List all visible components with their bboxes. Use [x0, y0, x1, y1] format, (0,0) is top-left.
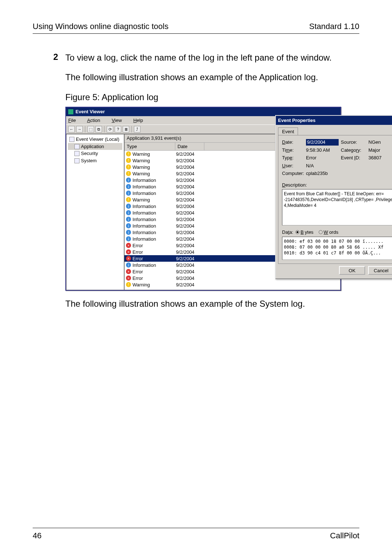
log-icon: [74, 151, 79, 156]
error-icon: ×: [126, 249, 131, 254]
tree-pane: Event Viewer (Local)ApplicationSecurityS…: [66, 134, 124, 290]
header-right: Standard 1.10: [309, 22, 359, 31]
tree-item[interactable]: Application: [68, 143, 122, 150]
menu-action[interactable]: Action: [87, 118, 105, 123]
event-viewer-titlebar: Event Viewer: [66, 107, 340, 116]
menu-view[interactable]: View: [112, 118, 127, 123]
log-icon: [74, 158, 79, 163]
row-date: 9/2/2004: [176, 164, 205, 171]
menu-help[interactable]: Help: [133, 118, 148, 123]
ok-button[interactable]: OK: [339, 266, 365, 275]
intro-app-log: The following illustration shows an exam…: [65, 72, 359, 83]
row-type: Information: [132, 190, 176, 197]
user-label: User:: [282, 163, 304, 169]
row-type: Information: [132, 210, 176, 216]
row-type: Information: [132, 177, 176, 184]
event-properties-title: Event Properties: [278, 117, 315, 124]
error-icon: ×: [126, 256, 131, 261]
row-date: 9/2/2004: [176, 203, 205, 210]
page-header: Using Windows online diagnostic tools St…: [33, 22, 359, 34]
footer-product: CallPilot: [330, 531, 359, 540]
tab-event[interactable]: Event: [278, 127, 298, 136]
tree-item-label: Security: [81, 150, 98, 157]
hex-box[interactable]: 0000: ef 03 00 00 18 07 00 00 ï.......00…: [282, 237, 392, 260]
info-icon: i: [126, 191, 131, 196]
col-date[interactable]: Date: [175, 143, 204, 151]
error-icon: ×: [126, 276, 131, 281]
date-value: 9/2/2004: [306, 139, 339, 146]
row-type: Error: [132, 275, 176, 282]
row-type: Information: [132, 236, 176, 242]
row-date: 9/2/2004: [176, 282, 205, 288]
toolbar-list-icon[interactable]: ≣: [123, 126, 129, 132]
date-label: Date:: [282, 139, 304, 146]
row-date: 9/2/2004: [176, 269, 205, 275]
header-left: Using Windows online diagnostic tools: [33, 22, 168, 31]
event-row[interactable]: !Warning9/2/2004: [124, 281, 340, 288]
row-type: Error: [132, 269, 176, 275]
info-icon: i: [126, 204, 131, 209]
row-type: Information: [132, 223, 176, 229]
row-date: 9/2/2004: [176, 249, 205, 256]
figure-caption: Figure 5: Application log: [65, 91, 359, 103]
row-type: Information: [132, 229, 176, 236]
toolbar-props-icon[interactable]: ⧉: [95, 126, 102, 132]
user-value: N/A: [306, 163, 392, 169]
hex-line: 0000: ef 03 00 00 18 07 00 00 ï.......: [284, 238, 392, 244]
row-date: 9/2/2004: [176, 190, 205, 197]
toolbar-help-icon[interactable]: ?: [115, 126, 121, 132]
description-box[interactable]: Event from Blue Call Router[] - TELE lin…: [282, 189, 392, 225]
row-type: Warning: [132, 151, 176, 158]
row-date: 9/2/2004: [176, 236, 205, 242]
warning-icon: !: [126, 282, 131, 287]
source-label: Source:: [341, 139, 366, 146]
toolbar-forward-icon[interactable]: →: [76, 126, 83, 132]
time-value: 9:58:30 AM: [306, 147, 339, 154]
intro-system-log: The following illustration shows an exam…: [65, 298, 359, 310]
info-icon: i: [126, 210, 131, 215]
computer-label: Computer:: [282, 170, 304, 177]
app-icon: [68, 109, 73, 114]
tree-item[interactable]: Event Viewer (Local): [68, 136, 122, 143]
row-date: 9/2/2004: [176, 210, 205, 216]
description-label: Description:: [282, 182, 392, 188]
log-icon: [74, 144, 79, 149]
toolbar-export-icon[interactable]: ⤴: [134, 126, 140, 132]
menu-file[interactable]: File: [68, 118, 81, 123]
step-text: To view a log, click the name of the log…: [65, 52, 359, 64]
eventid-label: Event ID:: [341, 155, 366, 161]
tree-item-label: Application: [81, 143, 104, 150]
info-icon: i: [126, 262, 131, 268]
radio-bytes[interactable]: Bytes: [295, 229, 314, 236]
row-type: Information: [132, 184, 176, 190]
page-footer: 46 CallPilot: [33, 528, 359, 540]
info-icon: i: [126, 184, 131, 189]
row-type: Error: [132, 249, 176, 256]
tree-item-label: Event Viewer (Local): [76, 136, 119, 143]
error-icon: ×: [126, 269, 131, 274]
row-type: Information: [132, 216, 176, 223]
warning-icon: !: [126, 158, 131, 163]
info-icon: i: [126, 217, 131, 222]
time-label: Time:: [282, 147, 304, 154]
row-type: Warning: [132, 158, 176, 164]
toolbar-back-icon[interactable]: ←: [68, 126, 75, 132]
footer-page-number: 46: [33, 531, 41, 540]
col-type[interactable]: Type: [124, 143, 175, 151]
info-icon: i: [126, 177, 131, 183]
cancel-button[interactable]: Cancel: [368, 266, 392, 275]
row-date: 9/2/2004: [176, 216, 205, 223]
tree-item[interactable]: System: [68, 157, 122, 164]
toolbar-up-icon[interactable]: ⬚: [87, 126, 94, 132]
row-type: Warning: [132, 164, 176, 171]
row-date: 9/2/2004: [176, 223, 205, 229]
info-icon: i: [126, 223, 131, 228]
type-value: Error: [306, 155, 339, 161]
radio-words[interactable]: Words: [319, 229, 339, 236]
row-date: 9/2/2004: [176, 177, 205, 184]
row-date: 9/2/2004: [176, 171, 205, 177]
toolbar-refresh-icon[interactable]: ⟳: [107, 126, 113, 132]
hex-line: 0010: d3 90 c4 01 c7 8f 00 00 ÓÄ.Ç...: [284, 250, 392, 256]
computer-value: cplab235b: [306, 170, 392, 177]
tree-item[interactable]: Security: [68, 150, 122, 157]
